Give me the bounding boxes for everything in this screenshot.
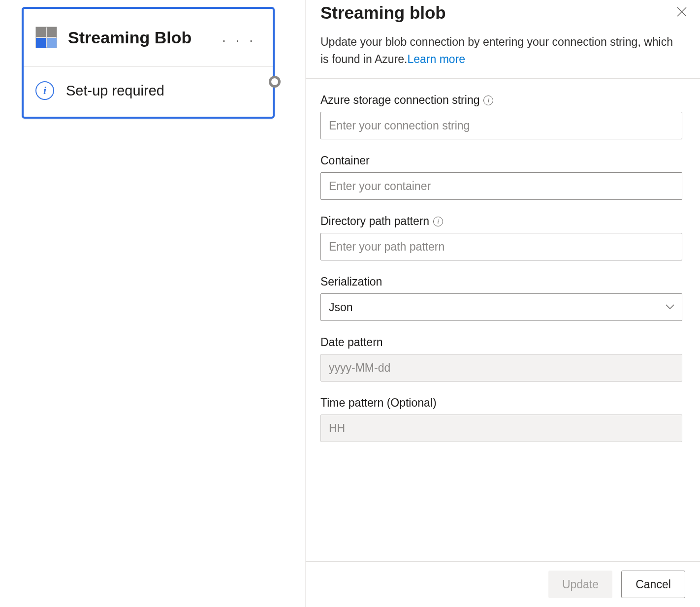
- streaming-blob-node[interactable]: Streaming Blob . . . i Set-up required: [22, 7, 275, 119]
- node-more-button[interactable]: . . .: [219, 31, 259, 44]
- directory-path-input[interactable]: [320, 233, 682, 260]
- cancel-button[interactable]: Cancel: [621, 571, 685, 598]
- date-pattern-input: [320, 354, 682, 382]
- node-title: Streaming Blob: [68, 28, 208, 47]
- time-pattern-label: Time pattern (Optional): [320, 396, 437, 410]
- node-output-port[interactable]: [269, 76, 281, 88]
- close-icon[interactable]: [672, 3, 691, 23]
- container-input[interactable]: [320, 172, 682, 200]
- container-label: Container: [320, 154, 370, 167]
- connection-string-label: Azure storage connection string: [320, 94, 479, 107]
- info-icon: i: [35, 81, 54, 100]
- date-pattern-label: Date pattern: [320, 336, 383, 349]
- connection-string-input[interactable]: [320, 112, 682, 139]
- config-panel: Streaming blob Update your blob connecti…: [305, 0, 700, 607]
- panel-description-text: Update your blob connection by entering …: [320, 35, 673, 65]
- info-icon[interactable]: i: [433, 217, 443, 226]
- serialization-select[interactable]: Json: [320, 293, 682, 321]
- panel-description: Update your blob connection by entering …: [320, 33, 682, 67]
- directory-path-label: Directory path pattern: [320, 215, 429, 228]
- info-icon[interactable]: i: [483, 96, 493, 105]
- time-pattern-input: [320, 415, 682, 442]
- learn-more-link[interactable]: Learn more: [407, 53, 465, 65]
- serialization-label: Serialization: [320, 275, 382, 288]
- design-canvas: Streaming Blob . . . i Set-up required: [0, 0, 305, 607]
- node-status-text: Set-up required: [66, 83, 164, 99]
- svg-rect-4: [47, 38, 57, 48]
- svg-rect-2: [47, 27, 57, 37]
- update-button[interactable]: Update: [548, 571, 612, 598]
- blob-storage-icon: [35, 27, 57, 48]
- svg-rect-3: [36, 38, 46, 48]
- panel-title: Streaming blob: [320, 3, 446, 23]
- svg-rect-1: [36, 27, 46, 37]
